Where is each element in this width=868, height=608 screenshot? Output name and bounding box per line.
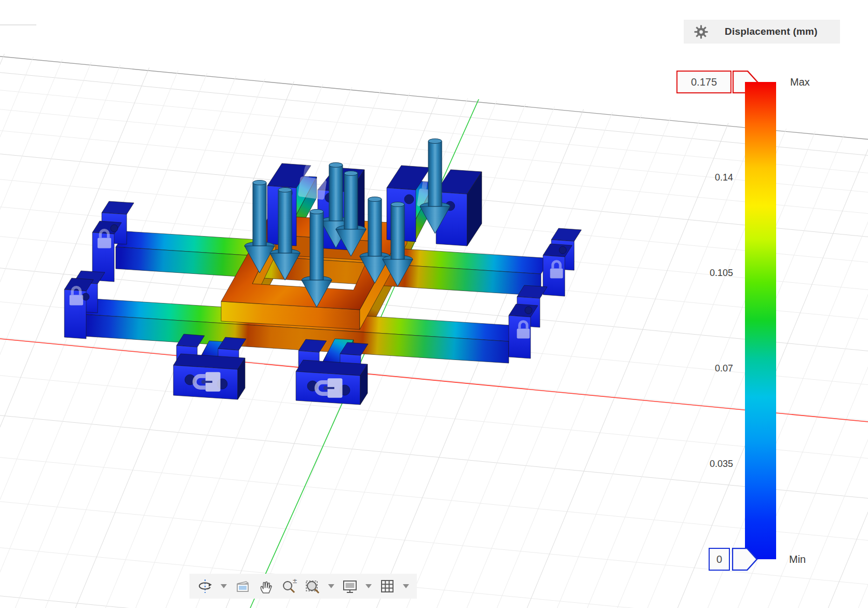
gear-icon[interactable] xyxy=(694,25,708,39)
chevron-down-icon xyxy=(221,584,227,588)
chevron-down-icon xyxy=(328,584,334,588)
legend-tick: 0.105 xyxy=(676,266,733,280)
display-settings-icon xyxy=(342,578,358,594)
legend-tick: 0.07 xyxy=(676,362,733,375)
zoom-button[interactable]: ± xyxy=(280,575,299,597)
legend-tick: 0.14 xyxy=(676,171,733,184)
orbit-dropdown[interactable] xyxy=(219,575,228,597)
legend-min-marker[interactable] xyxy=(732,548,758,571)
legend-max-label: Max xyxy=(790,71,810,93)
legend-min-label: Min xyxy=(789,548,806,571)
chevron-down-icon xyxy=(403,584,409,588)
chevron-down-icon xyxy=(365,584,372,588)
orbit-button[interactable] xyxy=(196,575,214,597)
look-at-button[interactable] xyxy=(233,575,252,597)
display-settings-dropdown[interactable] xyxy=(364,575,373,597)
pan-button[interactable] xyxy=(256,575,275,597)
legend-max-value-input[interactable]: 0.175 xyxy=(676,71,731,93)
pan-icon xyxy=(258,578,274,594)
window-zoom-icon xyxy=(305,578,320,594)
grid-icon xyxy=(379,578,395,594)
zoom-icon: ± xyxy=(281,578,297,594)
legend-min-value-input[interactable]: 0 xyxy=(709,548,730,571)
constraint-clamp-right-2[interactable] xyxy=(509,285,547,358)
window-zoom-button[interactable] xyxy=(303,575,322,597)
look-at-icon xyxy=(235,578,250,594)
navigation-toolbar: ± xyxy=(189,574,417,599)
legend-tick: 0.035 xyxy=(676,457,733,471)
panel-edge-divider xyxy=(0,24,36,25)
window-zoom-dropdown[interactable] xyxy=(327,575,336,597)
3d-viewport[interactable]: Displacement (mm) 0.175 Max 0.14 0.105 0… xyxy=(0,0,868,608)
legend-header: Displacement (mm) xyxy=(684,20,840,44)
grid-settings-button[interactable] xyxy=(378,575,397,597)
legend-title: Displacement (mm) xyxy=(725,26,818,37)
legend-color-bar xyxy=(745,82,776,559)
constraint-clamp-right-1[interactable] xyxy=(543,228,581,296)
orbit-icon xyxy=(197,578,213,594)
display-settings-button[interactable] xyxy=(341,575,359,597)
grid-settings-dropdown[interactable] xyxy=(401,575,411,597)
svg-text:±: ± xyxy=(292,578,297,585)
